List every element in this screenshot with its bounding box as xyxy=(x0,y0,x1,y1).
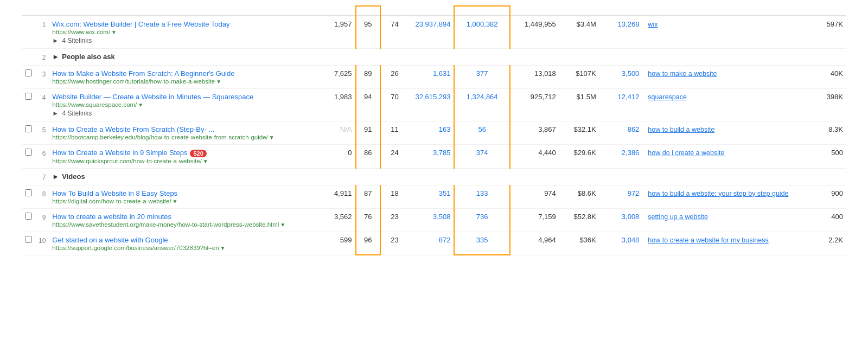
keywords-cell: 2,386 xyxy=(599,145,643,169)
row-checkbox[interactable] xyxy=(25,125,32,132)
result-title-link[interactable]: How to Create a Website in 9 Simple Step… xyxy=(52,149,318,157)
result-title-link[interactable]: Wix.com: Website Builder | Create a Free… xyxy=(52,20,318,28)
top-keyword-link[interactable]: wix xyxy=(648,21,658,28)
checkbox-cell[interactable] xyxy=(22,89,35,121)
row-checkbox[interactable] xyxy=(25,213,32,220)
search-result-cell: How to Create a Website From Scratch (St… xyxy=(49,121,322,145)
top-keyword-link[interactable]: how to make a website xyxy=(648,70,717,78)
search-result-cell: How to create a website in 20 minutes ht… xyxy=(49,208,322,232)
dr-cell: 86 xyxy=(356,145,380,169)
search-result-cell: How to Make a Website From Scratch: A Be… xyxy=(49,66,322,89)
row-checkbox[interactable] xyxy=(25,236,32,243)
keywords-link[interactable]: 3,500 xyxy=(622,69,640,78)
checkbox-cell[interactable] xyxy=(22,145,35,169)
ur-cell: 23 xyxy=(380,232,402,255)
result-title-link[interactable]: How to Make a Website From Scratch: A Be… xyxy=(52,69,318,78)
top-keyword-cell: how to build a website xyxy=(642,121,812,145)
result-title-link[interactable]: Website Builder — Create a Website in Mi… xyxy=(52,93,318,101)
domains-link[interactable]: 1,000,382 xyxy=(467,20,498,28)
top-keyword-link[interactable]: how to build a website xyxy=(648,126,714,133)
backlinks-link[interactable]: 872 xyxy=(439,236,451,244)
checkbox-cell[interactable] xyxy=(22,185,35,208)
row-checkbox[interactable] xyxy=(25,189,32,196)
result-url: https://www.squarespace.com/▼ xyxy=(52,101,318,108)
row-number: 4 xyxy=(35,89,49,121)
backlinks-cell: 3,785 xyxy=(402,145,455,169)
value-cell: $107K xyxy=(559,66,599,89)
col-header-keywords xyxy=(599,6,643,16)
keywords-cell: 862 xyxy=(599,121,643,145)
result-title-link[interactable]: How to create a website in 20 minutes xyxy=(52,213,318,221)
domains-link[interactable]: 335 xyxy=(476,236,488,244)
ur-cell: 23 xyxy=(380,208,402,232)
domains-cell: 374 xyxy=(454,145,509,169)
col-header-domains xyxy=(454,6,509,16)
domains-cell: 377 xyxy=(454,66,509,89)
row-checkbox[interactable] xyxy=(25,93,32,100)
col-header-top-keyword xyxy=(642,6,812,16)
backlinks-cell: 351 xyxy=(402,185,455,208)
value-cell: $52.8K xyxy=(559,208,599,232)
domains-link[interactable]: 133 xyxy=(476,189,488,197)
keywords-link[interactable]: 3,048 xyxy=(622,236,640,244)
top-keyword-cell: how to make a website xyxy=(642,66,812,89)
value-cell: $3.4M xyxy=(559,16,599,49)
result-url: https://www.savethestudent.org/make-mone… xyxy=(52,221,318,228)
top-keyword-cell: how to build a website: your step by ste… xyxy=(642,185,812,208)
result-title-link[interactable]: How To Build a Website in 8 Easy Steps xyxy=(52,189,318,197)
domains-link[interactable]: 374 xyxy=(476,149,488,157)
domains-link[interactable]: 56 xyxy=(478,125,486,133)
top-keyword-link[interactable]: how to build a website: your step by ste… xyxy=(648,190,788,197)
top-keyword-cell: how to create a website for my business xyxy=(642,232,812,255)
domains-link[interactable]: 1,324,864 xyxy=(467,93,498,101)
backlinks-link[interactable]: 351 xyxy=(439,189,451,197)
keywords-link[interactable]: 862 xyxy=(628,125,640,133)
backlinks-link[interactable]: 3,508 xyxy=(433,213,451,221)
keywords-link[interactable]: 3,008 xyxy=(622,213,640,221)
row-checkbox[interactable] xyxy=(25,69,32,76)
keywords-link[interactable]: 2,386 xyxy=(622,149,640,157)
top-keyword-link[interactable]: setting up a website xyxy=(648,213,708,221)
row-number: 2 xyxy=(35,49,49,66)
search-result-cell: Get started on a website with Google htt… xyxy=(49,232,322,255)
words-cell: 0 xyxy=(322,145,356,169)
result-title-link[interactable]: How to Create a Website From Scratch (St… xyxy=(52,125,318,133)
words-cell: N/A xyxy=(322,121,356,145)
backlinks-link[interactable]: 1,631 xyxy=(433,69,451,78)
domains-link[interactable]: 736 xyxy=(476,213,488,221)
backlinks-link[interactable]: 163 xyxy=(439,125,451,133)
volume-cell: 2.2K xyxy=(812,232,846,255)
row-number: 8 xyxy=(35,185,49,208)
result-title-link[interactable]: Get started on a website with Google xyxy=(52,236,318,244)
top-keyword-link[interactable]: how to create a website for my business xyxy=(648,236,768,244)
dr-cell: 96 xyxy=(356,232,380,255)
row-number: 5 xyxy=(35,121,49,145)
keywords-link[interactable]: 13,268 xyxy=(618,20,640,28)
backlinks-link[interactable]: 3,785 xyxy=(433,149,451,157)
checkbox-cell[interactable] xyxy=(22,66,35,89)
col-header-backlinks xyxy=(402,6,455,16)
result-url: https://support.google.com/business/answ… xyxy=(52,245,318,251)
sitelinks-expander[interactable]: ► 4 Sitelinks xyxy=(52,110,318,117)
result-url: https://digital.com/how-to-create-a-webs… xyxy=(52,198,318,204)
checkbox-cell[interactable] xyxy=(22,121,35,145)
backlinks-link[interactable]: 23,937,894 xyxy=(415,20,450,28)
domains-link[interactable]: 377 xyxy=(476,69,488,78)
row-checkbox[interactable] xyxy=(25,149,32,156)
top-keyword-link[interactable]: how do i create a website xyxy=(648,149,724,157)
checkbox-cell[interactable] xyxy=(22,232,35,255)
backlinks-link[interactable]: 32,615,293 xyxy=(415,93,450,101)
url-arrow-icon: ▼ xyxy=(173,198,178,204)
keywords-link[interactable]: 972 xyxy=(628,189,640,197)
ur-cell: 24 xyxy=(380,145,402,169)
domains-cell: 133 xyxy=(454,185,509,208)
top-keyword-link[interactable]: squarespace xyxy=(648,93,687,101)
traffic-cell: 4,440 xyxy=(510,145,559,169)
value-cell: $36K xyxy=(559,232,599,255)
keywords-link[interactable]: 12,412 xyxy=(618,93,640,101)
sitelinks-expander[interactable]: ► 4 Sitelinks xyxy=(52,37,318,44)
traffic-cell: 925,712 xyxy=(510,89,559,121)
search-result-cell: Wix.com: Website Builder | Create a Free… xyxy=(49,16,322,49)
checkbox-cell[interactable] xyxy=(22,208,35,232)
volume-cell: 8.3K xyxy=(812,121,846,145)
